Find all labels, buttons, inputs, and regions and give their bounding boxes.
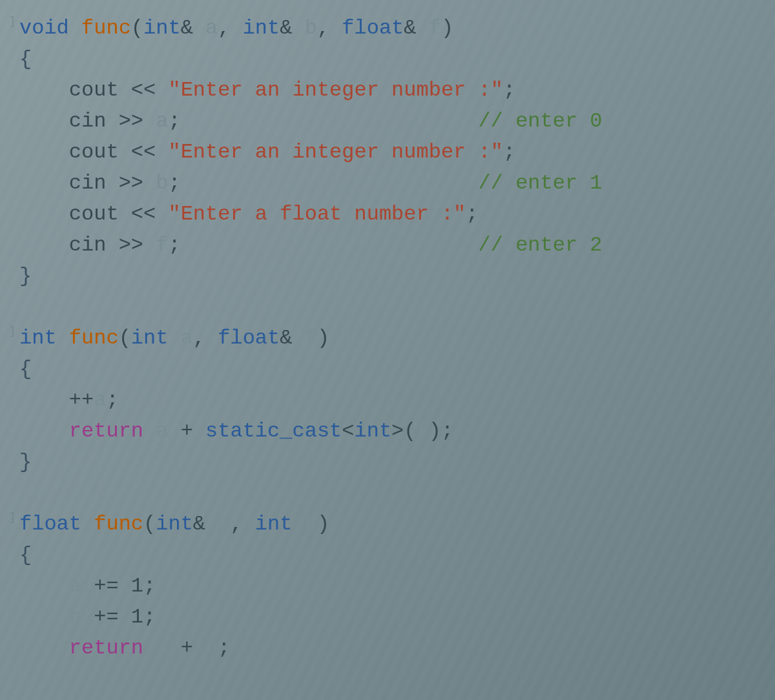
fold-indicator-icon[interactable]: ] <box>6 13 18 30</box>
code-token-text <box>181 233 479 257</box>
code-token-operator: >> <box>119 109 143 133</box>
code-token-text <box>156 140 168 164</box>
code-line[interactable]: cin >> b; // enter 1 <box>6 168 769 199</box>
code-token-text <box>143 419 156 443</box>
code-token-text <box>81 512 94 536</box>
code-token-punct: >( <box>391 419 416 443</box>
code-line[interactable]: { <box>6 44 769 75</box>
code-token-func-name: func <box>94 512 143 536</box>
code-line[interactable]: { <box>6 354 769 385</box>
code-token-text <box>57 326 69 350</box>
code-token-keyword-type: int <box>354 419 391 443</box>
code-token-text <box>168 326 180 350</box>
code-token-operator: << <box>131 202 156 226</box>
code-line[interactable]: { <box>6 540 769 571</box>
code-token-operator: >> <box>119 171 143 195</box>
code-token-punct: ) <box>441 16 453 40</box>
code-token-string: "Enter an integer number :" <box>168 78 502 102</box>
code-token-punct: ( <box>131 16 143 40</box>
code-token-punct: ) <box>317 326 329 350</box>
code-line[interactable] <box>6 292 769 323</box>
code-editor[interactable]: ]void func(int& a, int& b, float& f){ co… <box>6 13 769 664</box>
code-token-keyword-type: int <box>143 16 181 40</box>
code-token-punct: ; <box>168 233 180 257</box>
code-token-keyword-control: return <box>69 636 143 660</box>
code-token-text <box>19 574 69 598</box>
code-token-variable: b <box>156 171 168 195</box>
fold-indicator-icon[interactable]: ] <box>6 509 18 526</box>
code-line[interactable]: return a + static_cast<int>(f); <box>6 416 769 447</box>
code-token-text <box>156 78 168 102</box>
code-token-keyword-control: return <box>69 419 143 443</box>
code-token-operator: += 1; <box>81 574 156 598</box>
code-token-variable: f <box>156 233 168 257</box>
code-token-variable: a <box>181 326 193 350</box>
code-token-bracket: { <box>19 47 32 71</box>
code-line[interactable]: ]int func(int a, float& f) <box>6 323 769 354</box>
code-line[interactable]: cout << "Enter an integer number :"; <box>6 137 769 168</box>
code-token-text <box>19 605 69 629</box>
code-token-variable: b <box>305 16 317 40</box>
code-line[interactable]: cout << "Enter an integer number :"; <box>6 75 769 106</box>
code-line[interactable]: } <box>6 447 769 478</box>
code-line[interactable] <box>6 478 769 509</box>
code-token-punct: ( <box>119 326 131 350</box>
code-token-string: "Enter a float number :" <box>168 202 466 226</box>
code-token-punct: ) <box>317 512 329 536</box>
code-token-keyword-type: int <box>156 512 193 536</box>
fold-indicator-icon[interactable]: ] <box>6 323 18 340</box>
code-token-keyword-type: float <box>342 16 404 40</box>
code-token-variable: f <box>417 419 429 443</box>
code-line[interactable]: ]float func(int& a, int b) <box>6 509 769 540</box>
code-line[interactable]: ++a; <box>6 385 769 416</box>
code-token-func-name: func <box>69 326 119 350</box>
code-token-operator: + <box>168 419 205 443</box>
code-token-text <box>292 512 304 536</box>
code-token-bracket: { <box>19 543 32 567</box>
code-token-punct: ); <box>429 419 453 443</box>
code-token-variable: b <box>205 636 218 660</box>
code-token-punct: ( <box>143 512 156 536</box>
code-token-operator: & <box>280 16 304 40</box>
code-token-text <box>143 109 156 133</box>
code-token-keyword-type: int <box>19 326 57 350</box>
code-token-variable: a <box>69 574 81 598</box>
code-token-punct: ; <box>466 202 478 226</box>
code-token-punct: , <box>230 512 254 536</box>
code-token-text: cout <box>19 202 131 226</box>
code-token-string: "Enter an integer number :" <box>168 140 502 164</box>
code-token-punct: ; <box>106 388 118 412</box>
code-token-keyword-type: int <box>255 512 293 536</box>
code-token-text <box>181 109 479 133</box>
code-token-variable: a <box>156 636 168 660</box>
code-line[interactable]: a += 1; <box>6 571 769 602</box>
code-token-operator: >> <box>119 233 143 257</box>
code-token-punct: ; <box>503 140 515 164</box>
code-token-variable: f <box>305 326 317 350</box>
code-token-variable: f <box>429 16 441 40</box>
code-token-punct: ; <box>168 109 180 133</box>
code-token-keyword-type: int <box>243 16 280 40</box>
code-line[interactable]: cin >> f; // enter 2 <box>6 230 769 261</box>
code-token-comment: // enter 0 <box>479 109 603 133</box>
code-token-operator: & <box>193 512 218 536</box>
code-token-variable: a <box>156 419 168 443</box>
code-line[interactable]: } <box>6 261 769 292</box>
code-token-operator: & <box>181 16 205 40</box>
code-token-text <box>143 171 156 195</box>
code-token-operator: + <box>168 636 205 660</box>
code-line[interactable]: ]void func(int& a, int& b, float& f) <box>6 13 769 44</box>
code-token-punct: ; <box>218 636 230 660</box>
code-token-text <box>69 16 81 40</box>
code-token-punct: ; <box>503 78 515 102</box>
code-token-operator: << <box>131 78 156 102</box>
code-token-text: cin <box>19 171 119 195</box>
code-line[interactable]: cout << "Enter a float number :"; <box>6 199 769 230</box>
code-line[interactable]: return a + b; <box>6 633 769 664</box>
code-token-text <box>143 636 156 660</box>
code-token-punct: , <box>218 16 242 40</box>
code-line[interactable]: b += 1; <box>6 602 769 633</box>
code-token-text <box>181 171 479 195</box>
code-line[interactable]: cin >> a; // enter 0 <box>6 106 769 137</box>
code-token-operator: & <box>404 16 428 40</box>
